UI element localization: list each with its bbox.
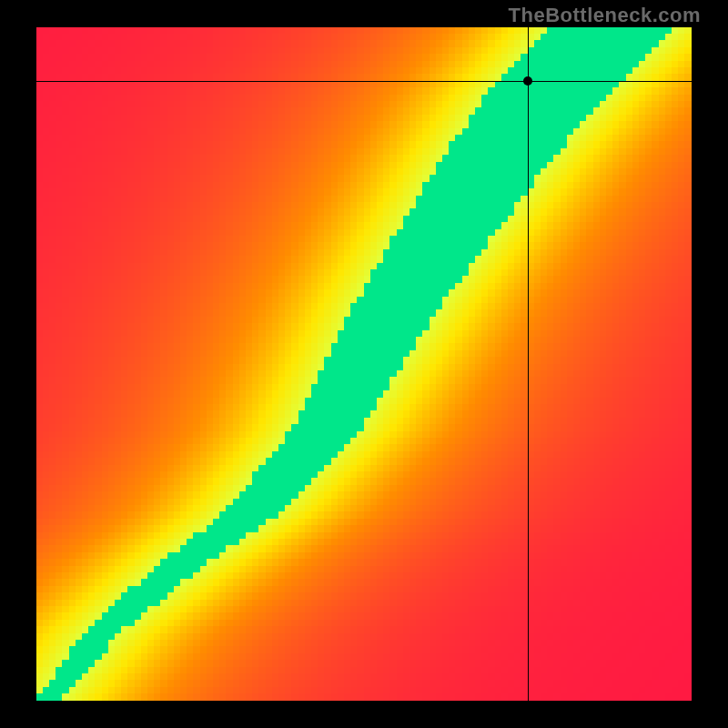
crosshair-marker: [523, 76, 532, 86]
heatmap-canvas: [36, 27, 692, 701]
attribution-label: TheBottleneck.com: [509, 4, 701, 27]
crosshair-horizontal: [36, 81, 692, 82]
plot-area: [36, 27, 692, 701]
crosshair-vertical: [528, 27, 529, 701]
